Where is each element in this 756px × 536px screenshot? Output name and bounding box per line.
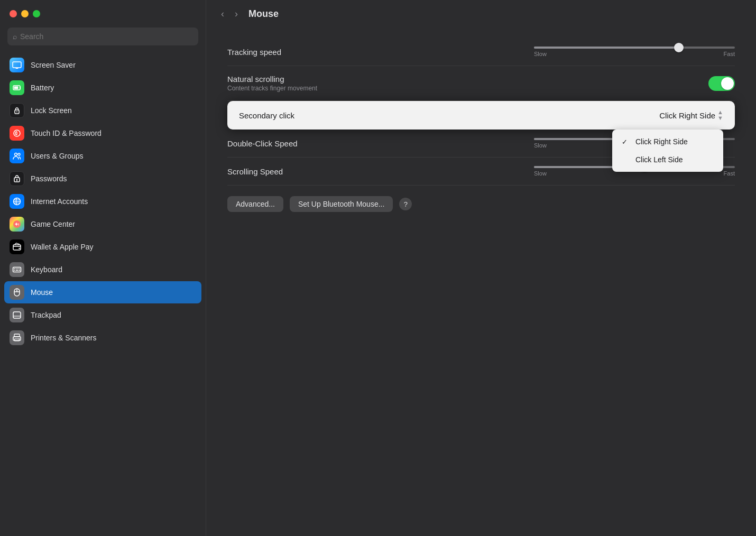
forward-button[interactable]: › <box>233 7 240 21</box>
sidebar-item-touchid[interactable]: Touch ID & Password <box>4 122 201 144</box>
svg-rect-18 <box>16 269 17 270</box>
svg-rect-21 <box>14 270 15 271</box>
search-icon: ⌕ <box>13 32 17 41</box>
sidebar-item-trackpad[interactable]: Trackpad <box>4 304 201 326</box>
svg-point-29 <box>19 338 20 339</box>
scrolling-speed-slow: Slow <box>534 170 547 177</box>
sidebar-item-label-trackpad: Trackpad <box>31 311 61 319</box>
maximize-button[interactable] <box>33 10 40 17</box>
svg-rect-14 <box>13 245 21 250</box>
sidebar-list: Screen Saver Battery Lock Screen Touch I… <box>0 52 206 536</box>
search-bar[interactable]: ⌕ <box>7 27 198 45</box>
screen-saver-icon <box>10 58 24 72</box>
svg-point-24 <box>16 290 17 291</box>
sidebar-item-label-gamecenter: Game Center <box>31 220 75 228</box>
mouse-icon <box>10 285 24 300</box>
svg-rect-19 <box>17 269 19 270</box>
natural-scrolling-row: Natural scrolling Content tracks finger … <box>227 66 735 101</box>
svg-point-7 <box>18 153 20 155</box>
sidebar-item-wallet[interactable]: Wallet & Apple Pay <box>4 236 201 258</box>
svg-rect-17 <box>14 269 15 270</box>
double-click-label: Double-Click Speed <box>227 139 298 148</box>
sidebar-item-printers[interactable]: Printers & Scanners <box>4 327 201 349</box>
main-panel: ‹ › Mouse Tracking speed Slow Fast Natur… <box>206 0 756 536</box>
tracking-speed-slider-container: Slow Fast <box>534 47 735 57</box>
secondary-click-label: Secondary click <box>239 111 294 120</box>
bluetooth-button[interactable]: Set Up Bluetooth Mouse... <box>290 196 393 212</box>
lock-screen-icon <box>10 103 24 118</box>
tracking-speed-thumb[interactable] <box>674 43 684 52</box>
back-button[interactable]: ‹ <box>219 7 226 21</box>
keyboard-icon <box>10 262 24 277</box>
search-input[interactable] <box>20 32 193 41</box>
main-content: Tracking speed Slow Fast Natural scrolli… <box>206 27 756 536</box>
svg-rect-20 <box>20 269 21 270</box>
game-center-icon <box>10 217 24 232</box>
natural-scrolling-sublabel: Content tracks finger movement <box>227 85 317 92</box>
secondary-click-card: Secondary click Click Right Side ▲ ▼ ✓ C… <box>227 101 735 130</box>
sidebar-item-internet[interactable]: Internet Accounts <box>4 190 201 212</box>
passwords-icon <box>10 171 24 186</box>
secondary-click-dropdown[interactable]: Click Right Side ▲ ▼ <box>659 109 723 121</box>
svg-point-15 <box>19 248 20 249</box>
tracking-speed-labels: Slow Fast <box>534 51 735 57</box>
titlebar <box>0 0 206 27</box>
sidebar-item-lockscreen[interactable]: Lock Screen <box>4 99 201 122</box>
tracking-speed-track[interactable] <box>534 47 735 49</box>
sidebar-item-screensaver[interactable]: Screen Saver <box>4 54 201 76</box>
printers-icon <box>10 330 24 345</box>
tracking-speed-fill <box>534 47 679 49</box>
sidebar-item-battery[interactable]: Battery <box>4 77 201 99</box>
main-titlebar: ‹ › Mouse <box>206 0 756 27</box>
svg-point-6 <box>15 153 17 156</box>
sidebar-item-label-passwords: Passwords <box>31 174 67 183</box>
bottom-buttons: Advanced... Set Up Bluetooth Mouse... ? <box>227 186 735 223</box>
sidebar: ⌕ Screen Saver Battery Lock Screen <box>0 0 206 536</box>
minimize-button[interactable] <box>21 10 29 17</box>
sidebar-item-label-keyboard: Keyboard <box>31 265 62 274</box>
sidebar-item-label-mouse: Mouse <box>31 288 53 297</box>
sidebar-item-label-wallet: Wallet & Apple Pay <box>31 243 94 251</box>
help-button[interactable]: ? <box>399 198 412 210</box>
advanced-button[interactable]: Advanced... <box>227 196 283 212</box>
sidebar-item-users[interactable]: Users & Groups <box>4 145 201 167</box>
sidebar-item-label-printers: Printers & Scanners <box>31 334 97 342</box>
tracking-speed-fast: Fast <box>724 51 735 57</box>
sidebar-item-passwords[interactable]: Passwords <box>4 168 201 190</box>
natural-scrolling-toggle[interactable] <box>708 76 735 91</box>
internet-accounts-icon <box>10 194 24 209</box>
svg-point-13 <box>18 225 19 226</box>
menu-item-left-side-label: Click Left Side <box>635 155 683 164</box>
close-button[interactable] <box>10 10 17 17</box>
natural-scrolling-label: Natural scrolling <box>227 75 317 84</box>
sidebar-item-gamecenter[interactable]: Game Center <box>4 213 201 235</box>
svg-point-4 <box>16 112 17 113</box>
sidebar-item-label-battery: Battery <box>31 84 54 92</box>
scrolling-speed-fast: Fast <box>724 170 735 177</box>
menu-item-left-side[interactable]: Click Left Side <box>612 151 723 169</box>
svg-rect-23 <box>19 270 21 271</box>
natural-scrolling-labels: Natural scrolling Content tracks finger … <box>227 75 317 92</box>
users-icon <box>10 149 24 163</box>
menu-item-right-side[interactable]: ✓ Click Right Side <box>612 133 723 151</box>
menu-item-right-side-label: Click Right Side <box>635 137 688 146</box>
secondary-click-row: Secondary click Click Right Side ▲ ▼ <box>227 101 735 130</box>
sidebar-item-label-lockscreen: Lock Screen <box>31 106 72 115</box>
svg-point-12 <box>18 224 19 225</box>
secondary-click-menu: ✓ Click Right Side Click Left Side <box>612 130 723 172</box>
sidebar-item-keyboard[interactable]: Keyboard <box>4 258 201 281</box>
wallet-icon <box>10 239 24 254</box>
sidebar-item-label-touchid: Touch ID & Password <box>31 129 102 137</box>
toggle-knob <box>721 77 734 90</box>
sidebar-item-label-screensaver: Screen Saver <box>31 61 76 69</box>
svg-rect-0 <box>13 62 21 68</box>
trackpad-icon <box>10 308 24 322</box>
touchid-icon <box>10 126 24 141</box>
sidebar-item-mouse[interactable]: Mouse <box>4 281 201 303</box>
chevron-updown-icon: ▲ ▼ <box>717 109 723 121</box>
battery-icon <box>10 80 24 95</box>
tracking-speed-slow: Slow <box>534 51 547 57</box>
checkmark-icon: ✓ <box>622 138 629 146</box>
double-click-slow: Slow <box>534 142 547 149</box>
tracking-speed-row: Tracking speed Slow Fast <box>227 38 735 66</box>
